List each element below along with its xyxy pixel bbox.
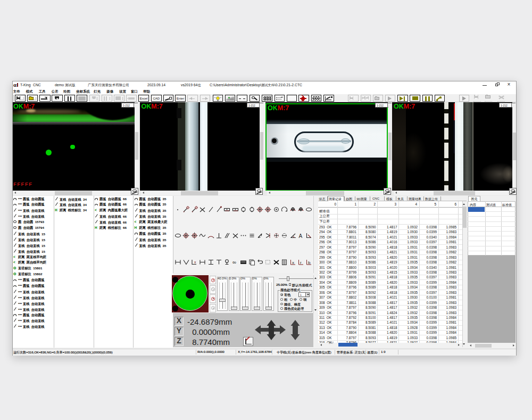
svg-text:∞: ∞ — [232, 259, 236, 265]
svg-text:b: b — [308, 260, 311, 265]
svg-text:x: x — [292, 260, 294, 265]
svg-text:x: x — [194, 260, 196, 264]
svg-text:A: A — [299, 233, 303, 239]
svg-text:r: r — [300, 260, 302, 265]
